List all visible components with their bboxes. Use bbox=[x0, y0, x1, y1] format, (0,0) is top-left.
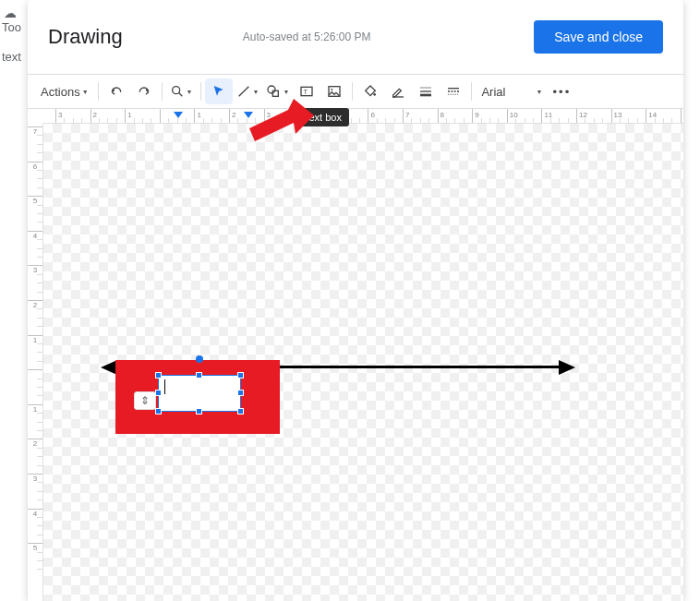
more-button[interactable]: ••• bbox=[548, 78, 575, 104]
zoom-icon bbox=[170, 84, 185, 99]
separator bbox=[98, 82, 99, 101]
select-tool-button[interactable] bbox=[205, 78, 233, 104]
ruler-tick: 7 bbox=[403, 109, 409, 123]
text-cursor bbox=[164, 379, 165, 394]
resize-handle-tm[interactable] bbox=[196, 372, 202, 379]
actions-label: Actions bbox=[41, 85, 80, 99]
indent-marker[interactable] bbox=[174, 112, 183, 118]
font-select[interactable]: Arial▼ bbox=[476, 78, 548, 104]
zoom-button[interactable]: ▼ bbox=[166, 78, 197, 104]
caret-icon: ▼ bbox=[536, 89, 542, 95]
separator bbox=[162, 82, 163, 101]
border-weight-button[interactable] bbox=[412, 78, 440, 104]
select-icon bbox=[211, 84, 226, 99]
toolbar: Actions▼ ▼ ▼ ▼ bbox=[28, 74, 683, 109]
drawing-canvas[interactable]: ⇕ bbox=[43, 124, 683, 601]
ruler-tick bbox=[28, 369, 42, 370]
caret-icon: ▼ bbox=[82, 89, 89, 95]
border-color-button[interactable] bbox=[384, 78, 412, 104]
autosave-status: Auto-saved at 5:26:00 PM bbox=[123, 30, 535, 43]
ruler-tick: 15 bbox=[681, 109, 683, 123]
ruler-tick: 3 bbox=[55, 109, 62, 123]
ruler-tick: 9 bbox=[472, 109, 478, 123]
dialog-title: Drawing bbox=[48, 25, 123, 49]
svg-rect-4 bbox=[273, 90, 279, 96]
image-icon bbox=[327, 84, 342, 99]
font-label: Arial bbox=[481, 85, 505, 99]
svg-line-2 bbox=[238, 87, 248, 97]
svg-rect-10 bbox=[392, 96, 404, 97]
separator bbox=[471, 82, 472, 101]
svg-point-3 bbox=[268, 86, 275, 93]
ruler-tick: 8 bbox=[438, 109, 444, 123]
cloud-icon: ☁ bbox=[4, 6, 17, 20]
drawing-dialog: Drawing Auto-saved at 5:26:00 PM Save an… bbox=[28, 0, 683, 601]
resize-handle-bl[interactable] bbox=[155, 408, 162, 415]
vertical-ruler[interactable]: 765432112345 bbox=[28, 124, 43, 601]
image-tool-button[interactable] bbox=[320, 78, 348, 104]
fill-icon bbox=[363, 84, 378, 99]
border-dash-icon bbox=[446, 84, 461, 99]
resize-handle-br[interactable] bbox=[237, 408, 244, 415]
ruler-tick bbox=[160, 109, 163, 123]
save-and-close-button[interactable]: Save and close bbox=[534, 20, 663, 54]
actions-menu[interactable]: Actions▼ bbox=[35, 78, 94, 104]
undo-button[interactable] bbox=[103, 78, 130, 104]
resize-handle-mr[interactable] bbox=[237, 390, 244, 396]
fill-color-button[interactable] bbox=[356, 78, 384, 104]
separator bbox=[200, 82, 201, 101]
selected-textbox[interactable] bbox=[158, 375, 241, 412]
annotation-arrow bbox=[249, 97, 314, 152]
ruler-tick: 6 bbox=[368, 109, 374, 123]
svg-line-1 bbox=[178, 92, 182, 96]
border-dash-button[interactable] bbox=[440, 78, 467, 104]
redo-icon bbox=[137, 84, 151, 99]
redo-button[interactable] bbox=[130, 78, 158, 104]
caret-icon: ▼ bbox=[253, 89, 259, 95]
resize-handle-tl[interactable] bbox=[155, 372, 162, 379]
resize-handle-bm[interactable] bbox=[196, 408, 202, 415]
textbox-move-grip[interactable]: ⇕ bbox=[134, 391, 156, 410]
arrow-line-right-head[interactable] bbox=[559, 360, 575, 375]
svg-point-9 bbox=[374, 93, 377, 96]
caret-icon: ▼ bbox=[187, 89, 193, 95]
drag-icon: ⇕ bbox=[140, 394, 150, 407]
border-weight-icon bbox=[418, 84, 433, 99]
undo-icon bbox=[109, 84, 124, 99]
ruler-tick: 2 bbox=[229, 109, 235, 123]
ruler-tick: 1 bbox=[125, 109, 131, 123]
ruler-tick: 2 bbox=[91, 109, 97, 123]
horizontal-ruler[interactable]: 321123456789101112131415 bbox=[43, 109, 683, 124]
caret-icon: ▼ bbox=[283, 89, 289, 95]
svg-marker-17 bbox=[249, 99, 314, 141]
ruler-tick: 1 bbox=[194, 109, 200, 123]
rotate-handle[interactable] bbox=[196, 355, 203, 363]
border-color-icon bbox=[391, 84, 405, 99]
svg-point-8 bbox=[332, 89, 333, 90]
svg-text:T: T bbox=[304, 89, 308, 95]
more-icon: ••• bbox=[553, 85, 572, 99]
bg-toc-text: Too bbox=[2, 20, 21, 34]
resize-handle-ml[interactable] bbox=[155, 390, 162, 396]
resize-handle-tr[interactable] bbox=[237, 372, 244, 379]
bg-text-label: text bbox=[2, 50, 21, 64]
dialog-header: Drawing Auto-saved at 5:26:00 PM Save an… bbox=[28, 0, 683, 74]
separator bbox=[352, 82, 353, 101]
